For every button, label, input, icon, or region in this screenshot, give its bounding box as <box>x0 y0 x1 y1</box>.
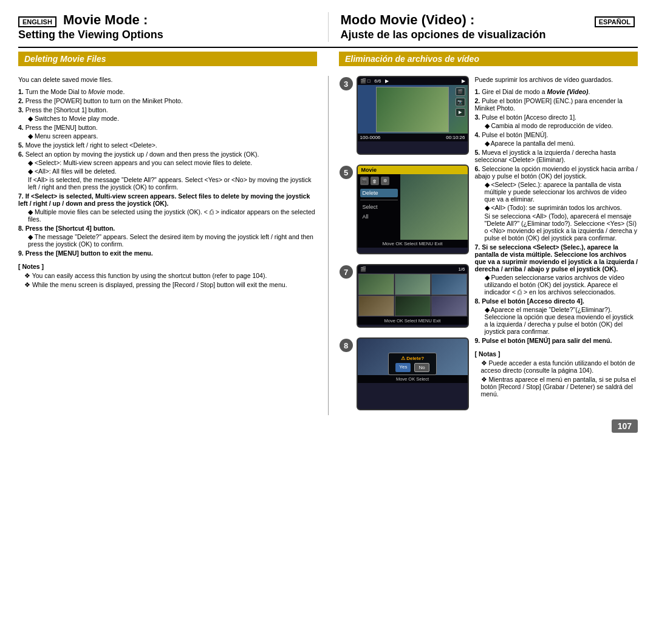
title-line1-right: Modo Movie (Video) : <box>341 12 475 28</box>
screen5-top-bar: Movie <box>358 166 468 174</box>
thumb-6 <box>431 296 467 317</box>
thumb-5 <box>395 296 431 317</box>
left-step-8: Press the [Shortcut 4] button. The messa… <box>18 225 317 248</box>
left-step-5: Move the joystick left / right to select… <box>18 141 317 149</box>
thumb-2 <box>395 274 431 295</box>
title-line2-right: Ajuste de las opciones de visualización <box>341 28 638 42</box>
left-note-2: While the menu screen is displayed, pres… <box>18 281 317 288</box>
left-step-9: Press the [MENU] button to exit the menu… <box>18 249 317 257</box>
right-step-6: Seleccione la opción moviendo el joystic… <box>475 165 638 242</box>
left-step-7: If <Select> is selected, Multi-view scre… <box>18 192 317 223</box>
screen8-image-area: ⚠ Delete? Yes No <box>358 339 468 375</box>
screen5-image <box>400 174 468 240</box>
right-note-2: Mientras aparece el menú en pantalla, si… <box>475 376 638 398</box>
screen5-photo <box>400 174 468 240</box>
right-notes: [ Notas ] Puede acceder a esta función u… <box>475 350 638 398</box>
screen3-bottom-bar: 100-0006 00:10:26 <box>358 134 468 141</box>
menu-icon-1: 🎬 <box>360 177 369 185</box>
right-step-5: Mueva el joystick a la izquierda / derec… <box>475 149 638 163</box>
step5-circle: 5 <box>340 166 353 179</box>
right-step-8: Pulse el botón [Acceso directo 4]. Apare… <box>475 297 638 335</box>
screen7-grid <box>358 273 468 317</box>
lang-badge-espanol: ESPAÑOL <box>595 16 635 27</box>
right-intro: Puede suprimir los archivos de vídeo gua… <box>475 76 638 83</box>
delete-buttons: Yes No <box>394 363 431 372</box>
right-steps-list: Gire el Dial de modo a Movie (Video). Pu… <box>475 88 638 344</box>
right-text-steps: Puede suprimir los archivos de vídeo gua… <box>475 76 638 415</box>
header-left: ENGLISH Movie Mode : Setting the Viewing… <box>18 12 328 42</box>
menu-all[interactable]: All <box>360 212 398 221</box>
left-note-1: You can easily access this function by u… <box>18 272 317 279</box>
screen3-top-bar: 🎬 □ 6/6 ▶ ▶ <box>358 77 468 85</box>
right-notes-title: [ Notas ] <box>475 350 638 358</box>
title-line1-left: Movie Mode : <box>63 12 148 28</box>
left-steps-list: Turn the Mode Dial to Movie mode. Press … <box>18 88 317 257</box>
step8-circle: 8 <box>340 339 353 352</box>
screens-and-text: 3 🎬 □ 6/6 ▶ ▶ 🎬 📷 <box>340 76 638 415</box>
page-number: 107 <box>612 419 638 433</box>
left-step-4: Press the [MENU] button. Menu screen app… <box>18 124 317 140</box>
page-header: ENGLISH Movie Mode : Setting the Viewing… <box>18 12 638 48</box>
screens-column: 3 🎬 □ 6/6 ▶ ▶ 🎬 📷 <box>340 76 469 415</box>
screen3-section: 3 🎬 □ 6/6 ▶ ▶ 🎬 📷 <box>340 76 469 155</box>
delete-msg: ⚠ Delete? <box>394 356 431 361</box>
right-column: 3 🎬 □ 6/6 ▶ ▶ 🎬 📷 <box>329 76 638 415</box>
right-step-2: Pulse el botón [POWER] (ENC.) para encen… <box>475 97 638 112</box>
delete-dialog: ⚠ Delete? Yes No <box>388 353 437 375</box>
camera-screen-3: 🎬 □ 6/6 ▶ ▶ 🎬 📷 ▶ <box>357 76 469 155</box>
step1-text: Turn the Mode Dial to Movie mode. <box>26 88 125 95</box>
right-step-4: Pulse el botón [MENÚ]. Aparece la pantal… <box>475 131 638 147</box>
no-button[interactable]: No <box>414 363 429 372</box>
screen3-image-area: 🎬 📷 ▶ <box>358 85 468 134</box>
yes-button[interactable]: Yes <box>395 363 411 372</box>
screen5-menu: 🎬 🗑 ⚙ Delete Select All <box>358 174 400 240</box>
screen5-icons: 🎬 🗑 ⚙ <box>360 177 398 185</box>
camera-screen-5: Movie 🎬 🗑 ⚙ Delete <box>357 164 469 254</box>
screen7-top-bar: 🎬 1/6 <box>358 265 468 273</box>
left-step-2: Press the [POWER] button to turn on the … <box>18 97 317 104</box>
page-footer: 107 <box>18 421 638 431</box>
right-note-1: Puede acceder a esta función utilizando … <box>475 359 638 374</box>
menu-icon-2: 🗑 <box>371 177 379 185</box>
screen8-bottom: Move OK Select <box>358 375 468 383</box>
icon-box-3: ▶ <box>456 108 465 117</box>
left-step-1: Turn the Mode Dial to Movie mode. <box>18 88 317 95</box>
camera-screen-7: 🎬 1/6 Move OK Selec <box>357 264 469 328</box>
step7-circle: 7 <box>340 265 353 279</box>
menu-select[interactable]: Select <box>360 203 398 211</box>
screen8-section: 8 ⚠ Delete? Yes No <box>340 337 469 410</box>
header-right: Modo Movie (Video) : ESPAÑOL Ajuste de l… <box>328 12 638 42</box>
camera-screen-8: ⚠ Delete? Yes No Move OK Select <box>357 337 469 410</box>
lang-badge-english: ENGLISH <box>18 16 56 27</box>
icon-box-2: 📷 <box>456 98 465 106</box>
icon-box-1: 🎬 <box>456 87 465 96</box>
left-column: You can delete saved movie files. Turn t… <box>18 76 329 415</box>
screen5-bottom: Move OK Select MENU Exit <box>358 240 468 248</box>
page-container: ENGLISH Movie Mode : Setting the Viewing… <box>18 12 638 431</box>
left-step-3: Press the [Shortcut 1] button. Switches … <box>18 106 317 122</box>
right-step-7: Si se selecciona <Select> (Selec.), apar… <box>475 243 638 296</box>
screen7-bottom: Move OK Select MENU Exit <box>358 317 468 325</box>
right-step-3: Pulse el botón [Acceso directo 1]. Cambi… <box>475 114 638 129</box>
screen5-body: 🎬 🗑 ⚙ Delete Select All <box>358 174 468 240</box>
screen3-right-icons: 🎬 📷 ▶ <box>456 87 465 117</box>
left-notes: [ Notes ] You can easily access this fun… <box>18 263 317 288</box>
right-step-1: Gire el Dial de modo a Movie (Video). <box>475 88 638 95</box>
thumb-3 <box>431 274 467 295</box>
screen7-section: 7 🎬 1/6 <box>340 264 469 328</box>
main-content: You can delete saved movie files. Turn t… <box>18 76 638 415</box>
title-line2-left: Setting the Viewing Options <box>18 28 316 42</box>
step3-circle: 3 <box>340 77 353 90</box>
thumb-1 <box>358 274 394 295</box>
menu-delete[interactable]: Delete <box>360 189 398 197</box>
section-banner-left: Deleting Movie Files <box>18 52 317 66</box>
menu-icon-3: ⚙ <box>381 177 389 185</box>
screen5-section: 5 Movie 🎬 🗑 ⚙ Delete <box>340 164 469 254</box>
left-notes-title: [ Notes ] <box>18 263 317 270</box>
section-banner-right: Eliminación de archivos de vídeo <box>339 52 638 66</box>
right-step-9: Pulse el botón [MENÚ] para salir del men… <box>475 337 638 344</box>
left-intro: You can delete saved movie files. <box>18 76 317 83</box>
left-step-6: Select an option by moving the joystick … <box>18 151 317 191</box>
thumb-4 <box>358 296 394 317</box>
